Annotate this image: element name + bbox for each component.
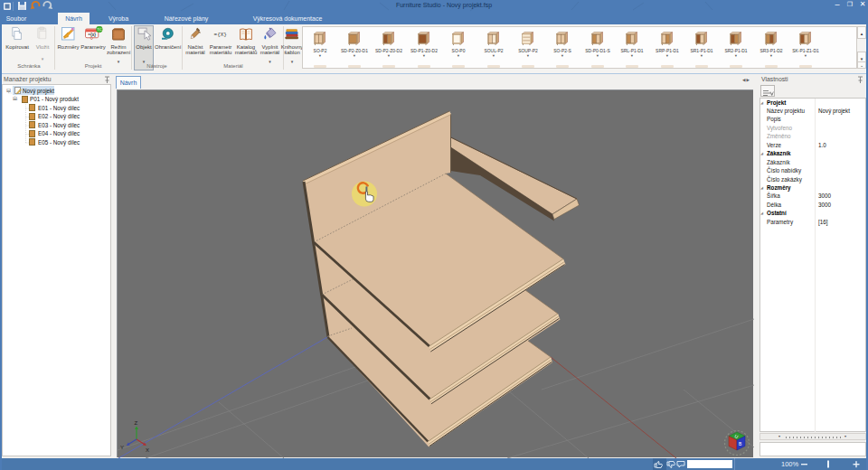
svg-text:TC: TC xyxy=(97,27,102,32)
svg-text:Y: Y xyxy=(120,445,124,450)
svg-text:100%: 100% xyxy=(781,460,799,468)
svg-text:={x}: ={x} xyxy=(88,33,96,37)
svg-text:Z: Z xyxy=(135,420,138,426)
svg-text:X: X xyxy=(146,447,149,453)
svg-text:={X}: ={X} xyxy=(214,32,227,38)
